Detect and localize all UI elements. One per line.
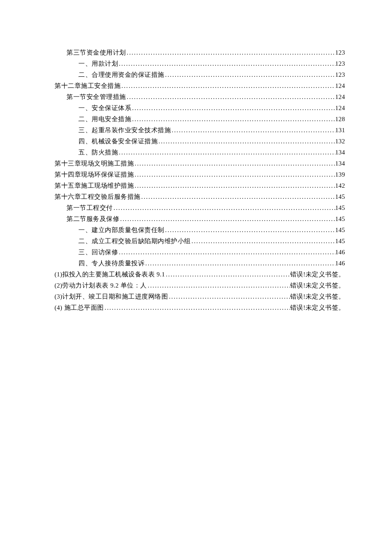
toc-entry[interactable]: 二、合理使用资金的保证措施 123 xyxy=(55,69,345,80)
toc-title: (2)劳动力计划表表 9.2 单位：人 xyxy=(55,280,147,291)
toc-page: 142 xyxy=(335,180,345,191)
toc-leader xyxy=(131,102,335,113)
toc-leader xyxy=(165,269,290,280)
toc-title: 第二节服务及保修 xyxy=(66,213,119,224)
toc-page: 123 xyxy=(335,69,345,80)
toc-entry[interactable]: 一、用款计划 123 xyxy=(55,58,345,69)
toc-page: 123 xyxy=(335,58,345,69)
toc-title: 第一节工程交付 xyxy=(66,202,113,213)
toc-entry[interactable]: 二、成立工程交验后缺陷期内维护小组 145 xyxy=(55,235,345,247)
toc-leader xyxy=(158,136,335,147)
toc-entry[interactable]: 四、专人接待质量投诉 146 xyxy=(55,258,345,269)
toc-page: 错误!未定义书签。 xyxy=(290,302,345,313)
toc-entry[interactable]: (4) 施工总平面图 错误!未定义书签。 xyxy=(55,302,345,313)
toc-entry[interactable]: 第十六章工程交验后服务措施 145 xyxy=(55,191,345,202)
toc-leader xyxy=(126,47,335,58)
toc-page: 134 xyxy=(335,158,345,169)
toc-leader xyxy=(147,280,290,291)
toc-entry[interactable]: 第十四章现场环保保证措施 139 xyxy=(55,169,345,180)
toc-leader xyxy=(164,224,335,235)
toc-title: (4) 施工总平面图 xyxy=(55,302,104,313)
toc-title: 第十四章现场环保保证措施 xyxy=(55,169,134,180)
toc-leader xyxy=(113,202,335,213)
toc-leader xyxy=(118,58,335,69)
toc-entry[interactable]: 第一节工程交付 145 xyxy=(55,202,345,213)
toc-page: 145 xyxy=(335,235,345,247)
toc-entry[interactable]: 第十五章施工现场维护措施 142 xyxy=(55,180,345,191)
toc-page: 146 xyxy=(335,258,345,269)
toc-title: 四、机械设备安全保证措施 xyxy=(78,136,158,147)
toc-page: 131 xyxy=(335,125,345,136)
toc-page: 124 xyxy=(335,102,345,113)
toc-title: 第十二章施工安全措施 xyxy=(55,80,121,91)
toc-entry[interactable]: 第一节安全管理措施 124 xyxy=(55,91,345,102)
toc-page: 145 xyxy=(335,191,345,202)
toc-leader xyxy=(119,213,335,224)
toc-leader xyxy=(191,235,335,247)
toc-page: 146 xyxy=(335,247,345,258)
toc-page: 132 xyxy=(335,136,345,147)
toc-entry[interactable]: 三、回访保修 146 xyxy=(55,247,345,258)
toc-page: 134 xyxy=(335,147,345,158)
toc-page: 124 xyxy=(335,91,345,102)
toc-leader xyxy=(118,147,335,158)
toc-leader xyxy=(118,247,335,258)
toc-entry[interactable]: 第三节资金使用计划 123 xyxy=(55,47,345,58)
toc-title: 四、专人接待质量投诉 xyxy=(78,258,144,269)
toc-title: 第十六章工程交验后服务措施 xyxy=(55,191,141,202)
toc-leader xyxy=(134,180,335,191)
toc-page: 145 xyxy=(335,224,345,235)
toc-leader xyxy=(141,191,335,202)
toc-entry[interactable]: (1)拟投入的主要施工机械设备表表 9.1 错误!未定义书签。 xyxy=(55,269,345,280)
toc-leader xyxy=(126,91,335,102)
toc-title: 二、成立工程交验后缺陷期内维护小组 xyxy=(78,235,191,247)
toc-page: 124 xyxy=(335,80,345,91)
toc-entry[interactable]: 一、安全保证体系 124 xyxy=(55,102,345,113)
toc-title: 第十五章施工现场维护措施 xyxy=(55,180,134,191)
toc-title: 二、合理使用资金的保证措施 xyxy=(78,69,164,80)
toc-title: 第十三章现场文明施工措施 xyxy=(55,158,134,169)
toc-page: 错误!未定义书签。 xyxy=(290,291,345,302)
toc-page: 错误!未定义书签。 xyxy=(290,280,345,291)
toc-entry[interactable]: 第二节服务及保修 145 xyxy=(55,213,345,224)
toc-title: 第一节安全管理措施 xyxy=(66,91,126,102)
toc-entry[interactable]: (2)劳动力计划表表 9.2 单位：人 错误!未定义书签。 xyxy=(55,280,345,291)
toc-leader xyxy=(121,80,335,91)
toc-entry[interactable]: 第十三章现场文明施工措施 134 xyxy=(55,158,345,169)
toc-entry[interactable]: (3)计划开、竣工日期和施工进度网络图 错误!未定义书签。 xyxy=(55,291,345,302)
toc-leader xyxy=(134,158,335,169)
toc-title: 二、用电安全措施 xyxy=(78,113,131,125)
toc-entry[interactable]: 三、起重吊装作业安全技术措施 131 xyxy=(55,125,345,136)
toc-title: 一、安全保证体系 xyxy=(78,102,131,113)
toc-leader xyxy=(134,169,335,180)
toc-entry[interactable]: 二、用电安全措施 128 xyxy=(55,113,345,125)
toc-leader xyxy=(144,258,335,269)
toc-entry[interactable]: 四、机械设备安全保证措施 132 xyxy=(55,136,345,147)
toc-page: 错误!未定义书签。 xyxy=(290,269,345,280)
toc-title: 五、防火措施 xyxy=(78,147,118,158)
toc-page: 128 xyxy=(335,113,345,125)
toc-entry[interactable]: 五、防火措施 134 xyxy=(55,147,345,158)
toc-page: 145 xyxy=(335,202,345,213)
toc-page: 123 xyxy=(335,47,345,58)
toc-leader xyxy=(171,125,335,136)
toc-entry[interactable]: 一、建立内部质量包保责任制 145 xyxy=(55,224,345,235)
toc-title: 第三节资金使用计划 xyxy=(66,47,126,58)
toc-leader xyxy=(131,113,335,125)
toc-leader xyxy=(164,69,335,80)
toc-title: 三、起重吊装作业安全技术措施 xyxy=(78,125,171,136)
toc-title: 一、用款计划 xyxy=(78,58,118,69)
table-of-contents: 第三节资金使用计划 123 一、用款计划 123 二、合理使用资金的保证措施 1… xyxy=(55,47,345,313)
toc-title: (3)计划开、竣工日期和施工进度网络图 xyxy=(55,291,168,302)
toc-title: (1)拟投入的主要施工机械设备表表 9.1 xyxy=(55,269,165,280)
toc-leader xyxy=(104,302,290,313)
toc-entry[interactable]: 第十二章施工安全措施 124 xyxy=(55,80,345,91)
toc-page: 145 xyxy=(335,213,345,224)
toc-title: 三、回访保修 xyxy=(78,247,118,258)
toc-title: 一、建立内部质量包保责任制 xyxy=(78,224,164,235)
toc-leader xyxy=(168,291,290,302)
toc-page: 139 xyxy=(335,169,345,180)
